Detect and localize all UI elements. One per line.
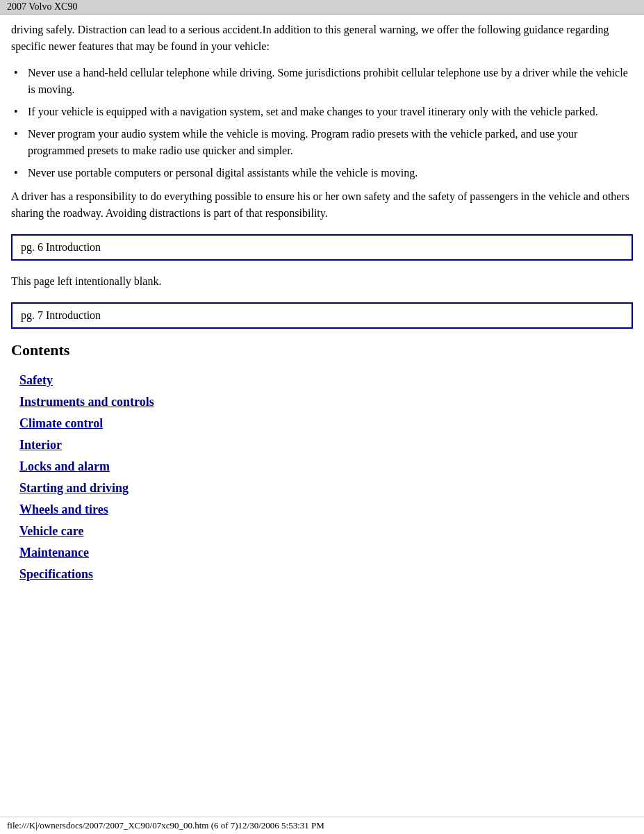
- contents-link[interactable]: Specifications: [19, 567, 93, 581]
- intro-paragraph: driving safely. Distraction can lead to …: [11, 22, 633, 55]
- contents-list-item[interactable]: Starting and driving: [19, 481, 633, 496]
- bullet-item: Never use a hand-held cellular telephone…: [11, 65, 633, 98]
- page6-label: pg. 6 Introduction: [21, 241, 101, 253]
- footer-text: file:///K|/ownersdocs/2007/2007_XC90/07x…: [7, 820, 324, 831]
- contents-link[interactable]: Vehicle care: [19, 524, 83, 538]
- contents-list-item[interactable]: Vehicle care: [19, 524, 633, 539]
- header-title: 2007 Volvo XC90: [7, 1, 77, 12]
- closing-paragraph: A driver has a responsibility to do ever…: [11, 188, 633, 222]
- contents-link[interactable]: Locks and alarm: [19, 459, 110, 473]
- contents-list-item[interactable]: Interior: [19, 438, 633, 452]
- contents-list-item[interactable]: Wheels and tires: [19, 502, 633, 517]
- contents-list-item[interactable]: Instruments and controls: [19, 395, 633, 409]
- contents-list-item[interactable]: Specifications: [19, 567, 633, 582]
- contents-link[interactable]: Maintenance: [19, 546, 89, 559]
- page7-box: pg. 7 Introduction: [11, 302, 633, 329]
- contents-list-item[interactable]: Locks and alarm: [19, 459, 633, 474]
- contents-link[interactable]: Interior: [19, 438, 62, 452]
- contents-list-item[interactable]: Safety: [19, 373, 633, 388]
- bullet-item: Never use portable computers or personal…: [11, 165, 633, 181]
- contents-link[interactable]: Climate control: [19, 416, 103, 430]
- blank-page-text: This page left intentionally blank.: [11, 273, 633, 290]
- header-bar: 2007 Volvo XC90: [0, 0, 644, 15]
- contents-list-item[interactable]: Climate control: [19, 416, 633, 431]
- contents-list: SafetyInstruments and controlsClimate co…: [19, 373, 633, 582]
- bullet-item: If your vehicle is equipped with a navig…: [11, 104, 633, 120]
- contents-link[interactable]: Instruments and controls: [19, 395, 154, 409]
- page6-box: pg. 6 Introduction: [11, 234, 633, 261]
- main-content: driving safely. Distraction can lead to …: [0, 15, 644, 630]
- contents-link[interactable]: Safety: [19, 373, 53, 387]
- contents-link[interactable]: Wheels and tires: [19, 502, 108, 516]
- bullet-item: Never program your audio system while th…: [11, 126, 633, 159]
- contents-heading: Contents: [11, 341, 633, 359]
- page7-label: pg. 7 Introduction: [21, 309, 101, 321]
- footer-bar: file:///K|/ownersdocs/2007/2007_XC90/07x…: [0, 817, 644, 834]
- contents-link[interactable]: Starting and driving: [19, 481, 129, 495]
- contents-list-item[interactable]: Maintenance: [19, 546, 633, 560]
- bullet-list: Never use a hand-held cellular telephone…: [11, 65, 633, 181]
